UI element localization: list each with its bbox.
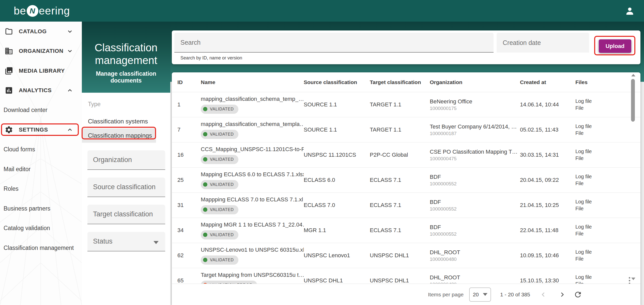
scroll-up-arrow-icon[interactable] [631, 74, 635, 76]
document-name: Target Mapping from UNSPSC60315u t… [201, 272, 304, 278]
sidebar-item-media-library[interactable]: MEDIA LIBRARY [0, 61, 82, 81]
previous-page-button[interactable] [538, 289, 549, 300]
dropdown-caret-icon [483, 293, 487, 296]
table-header-row: ID Name Source classification Target cla… [172, 72, 640, 92]
mappings-table-card: ID Name Source classification Target cla… [172, 72, 640, 305]
column-header-files: Files [575, 79, 619, 85]
sidebar-item-roles[interactable]: Roles [0, 179, 82, 199]
column-header-created: Created at [520, 79, 575, 85]
page-range-text: 1 - 20 of 385 [500, 292, 530, 298]
sidebar-item-label: Catalog validation [4, 225, 50, 232]
log-file-link[interactable]: Log file [575, 223, 619, 230]
sidebar-item-label: ANALYTICS [19, 87, 52, 94]
page-size-select[interactable]: 20 [469, 287, 491, 302]
sidebar-item-settings[interactable]: SETTINGS [0, 120, 82, 140]
sidebar-item-catalog-validation[interactable]: Catalog validation [0, 218, 82, 238]
option-classification-mappings[interactable]: Classification mappings [82, 129, 156, 143]
log-file-link[interactable]: Log file [575, 123, 619, 130]
file-link[interactable]: File [575, 255, 619, 262]
table-row[interactable]: 7 mapping_classification_schema_templa… … [172, 117, 640, 142]
upload-button[interactable]: Upload [599, 39, 631, 53]
source-classification-filter-field[interactable]: Source classification [87, 178, 165, 197]
page-title: Classification management [82, 41, 170, 67]
logo-suffix: eering [39, 5, 70, 17]
log-file-link[interactable]: Log file [575, 173, 619, 180]
table-row[interactable]: 31 Mappping ECLASS 7.0 to ECLASS 7.1.xl…… [172, 193, 640, 218]
file-link[interactable]: File [575, 180, 619, 187]
user-account-icon[interactable] [625, 6, 635, 16]
table-row[interactable]: 62 UNSPSC-Lenovo1 to UNSPSC 60315u.xl… V… [172, 243, 640, 268]
document-name: Mappping ECLASS 7.0 to ECLASS 7.1.xl… [201, 196, 304, 203]
analytics-icon [5, 86, 13, 95]
chevron-up-icon [67, 87, 73, 94]
sidebar-item-label: Mail editor [4, 166, 30, 173]
log-file-link[interactable]: Log file [575, 198, 619, 205]
target-classification-filter-field[interactable]: Target classification [87, 205, 165, 224]
status-badge: VALIDATED [201, 155, 238, 164]
row-menu-icon[interactable] [629, 277, 630, 284]
classification-panel: Classification management Manage classif… [82, 22, 170, 305]
status-badge: VALIDATION ERROR [201, 281, 257, 284]
document-name: Mapping MGR 1 1 to ECLASS 7 1_22.04… [201, 221, 304, 228]
column-header-target: Target classification [370, 79, 430, 85]
media-library-icon [5, 67, 13, 75]
chevron-down-icon [67, 48, 73, 54]
status-badge: VALIDATED [201, 105, 238, 114]
table-row[interactable]: 25 Mapping ECLASS 6.0 to ECLASS 7.1.xlsx… [172, 168, 640, 193]
chevron-down-icon [67, 28, 73, 35]
status-dot-icon [203, 207, 207, 212]
sidebar-item-mail-editor[interactable]: Mail editor [0, 159, 82, 179]
search-card: Search Search by ID, name or version Cre… [172, 30, 640, 64]
panel-body: Type Classification systems Classificati… [82, 93, 170, 251]
sidebar-item-classification-management[interactable]: Classification management [0, 238, 82, 258]
file-link[interactable]: File [575, 130, 619, 137]
beneering-logo: beNeering [14, 5, 70, 17]
document-name: mapping_classification_schema_temp_… [201, 96, 304, 102]
sidebar-item-analytics[interactable]: ANALYTICS [0, 81, 82, 101]
log-file-link[interactable]: Log file [575, 249, 619, 255]
file-link[interactable]: File [575, 230, 619, 237]
scrollbar-thumb[interactable] [631, 79, 635, 122]
log-file-link[interactable]: Log file [575, 148, 619, 155]
file-link[interactable]: File [575, 281, 619, 284]
organization-filter-field[interactable]: Organization [87, 150, 165, 170]
option-classification-systems[interactable]: Classification systems [82, 114, 156, 129]
sidebar-item-business-partners[interactable]: Business partners [0, 199, 82, 219]
log-file-link[interactable]: Log file [575, 98, 619, 105]
table-row[interactable]: 1 mapping_classification_schema_temp_… V… [172, 92, 640, 117]
table-scrollbar[interactable] [631, 73, 635, 281]
column-header-name: Name [201, 79, 304, 85]
log-file-link[interactable]: Log file [575, 274, 619, 281]
sidebar-nav: CATALOG ORGANIZATION MEDIA LIBRARY ANALY… [0, 22, 82, 305]
status-badge: VALIDATED [201, 230, 238, 239]
status-badge: VALIDATED [201, 130, 238, 139]
table-row[interactable]: 16 CCS_Mapping_UNSPSC-11.1201CS-to-P… VA… [172, 142, 640, 168]
file-link[interactable]: File [575, 105, 619, 111]
page-subtitle: Manage classification documents [82, 70, 170, 84]
sidebar-item-label: CATALOG [19, 28, 47, 35]
file-link[interactable]: File [575, 155, 619, 162]
sidebar-item-cloud-forms[interactable]: Cloud forms [0, 140, 82, 159]
table-row[interactable]: 65 Target Mapping from UNSPSC60315u t… V… [172, 268, 640, 284]
organization-icon [5, 47, 13, 55]
document-name: Mapping ECLASS 6.0 to ECLASS 7.1.xlsx [201, 171, 304, 178]
sidebar-item-download-center[interactable]: Download center [0, 100, 82, 120]
creation-date-input[interactable]: Creation date [497, 33, 589, 53]
sidebar-item-catalog[interactable]: CATALOG [0, 22, 82, 41]
search-helper-text: Search by ID, name or version [180, 55, 242, 61]
search-input[interactable]: Search [174, 33, 494, 53]
scroll-down-arrow-icon[interactable] [631, 278, 635, 280]
sidebar-item-label: Business partners [4, 205, 50, 212]
items-per-page-label: Items per page [428, 292, 464, 298]
sidebar-menu: CATALOG ORGANIZATION MEDIA LIBRARY ANALY… [0, 22, 82, 258]
sidebar-item-label: SETTINGS [19, 126, 48, 133]
status-filter-select[interactable]: Status [87, 232, 165, 251]
sidebar-item-organization[interactable]: ORGANIZATION [0, 41, 82, 61]
status-dot-icon [203, 157, 207, 162]
file-link[interactable]: File [575, 205, 619, 212]
refresh-icon[interactable] [572, 289, 584, 300]
table-body: 1 mapping_classification_schema_temp_… V… [172, 92, 640, 284]
table-row[interactable]: 34 Mapping MGR 1 1 to ECLASS 7 1_22.04… … [172, 218, 640, 243]
chevron-up-icon [67, 126, 73, 133]
next-page-button[interactable] [557, 289, 568, 300]
